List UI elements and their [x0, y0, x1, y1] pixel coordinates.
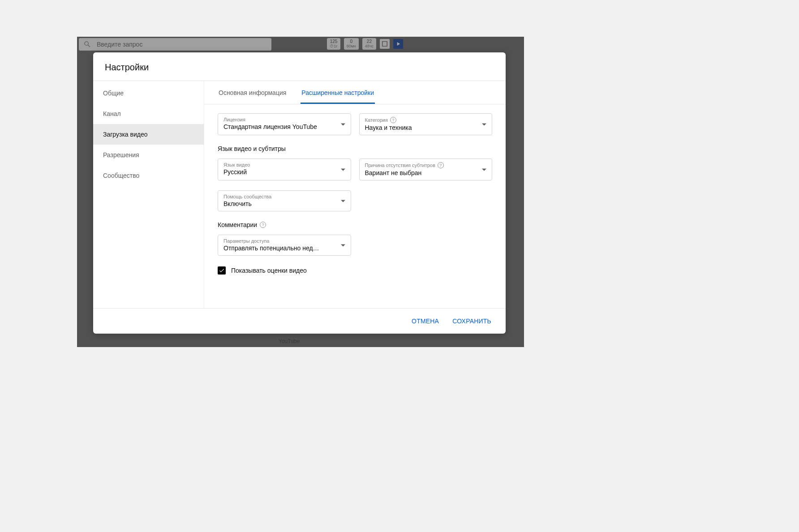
cancel-button[interactable]: ОТМЕНА — [407, 315, 443, 327]
license-select[interactable]: Лицензия Стандартная лицензия YouTube — [218, 113, 351, 135]
no-subtitles-reason-value: Вариант не выбран — [365, 169, 487, 176]
tab-basic-info[interactable]: Основная информация — [218, 81, 287, 104]
dialog-footer: ОТМЕНА СОХРАНИТЬ — [93, 309, 506, 334]
content-tabs: Основная информация Расширенные настройк… — [204, 81, 506, 104]
video-language-value: Русский — [223, 168, 345, 176]
chevron-down-icon — [341, 244, 345, 246]
sidebar-item-channel[interactable]: Канал — [93, 103, 204, 124]
checkbox-checked-icon[interactable] — [218, 266, 226, 275]
category-select[interactable]: Категория ? Наука и техника — [359, 113, 493, 135]
chevron-down-icon — [482, 123, 486, 125]
dialog-title: Настройки — [93, 52, 506, 81]
help-icon[interactable]: ? — [260, 222, 266, 228]
show-ratings-label: Показывать оценки видео — [231, 267, 307, 274]
section-title-comments: Комментарии ? — [218, 221, 492, 228]
tab-advanced-settings[interactable]: Расширенные настройки — [301, 81, 375, 104]
sidebar-item-upload-defaults[interactable]: Загрузка видео — [93, 124, 204, 145]
category-value: Наука и техника — [365, 124, 487, 131]
comments-access-value: Отправлять потенциально нед… — [223, 245, 345, 252]
show-ratings-checkbox-row[interactable]: Показывать оценки видео — [218, 266, 492, 275]
settings-content[interactable]: Основная информация Расширенные настройк… — [204, 81, 506, 308]
video-language-label: Язык видео — [223, 162, 345, 167]
chevron-down-icon — [341, 200, 345, 202]
community-help-select[interactable]: Помощь сообщества Включить — [218, 190, 351, 211]
section-title-language: Язык видео и субтитры — [218, 145, 492, 152]
community-help-label: Помощь сообщества — [223, 194, 345, 199]
chevron-down-icon — [341, 123, 345, 125]
save-button[interactable]: СОХРАНИТЬ — [448, 315, 496, 327]
settings-dialog: Настройки Общие Канал Загрузка видео Раз… — [93, 52, 506, 334]
help-icon[interactable]: ? — [438, 162, 444, 168]
license-label: Лицензия — [223, 117, 345, 122]
no-subtitles-reason-select[interactable]: Причина отсутствия субтитров ? Вариант н… — [359, 159, 493, 180]
chevron-down-icon — [341, 168, 345, 171]
category-label: Категория ? — [365, 117, 487, 123]
license-value: Стандартная лицензия YouTube — [223, 123, 345, 130]
sidebar-item-community[interactable]: Сообщество — [93, 165, 204, 186]
no-subtitles-reason-label: Причина отсутствия субтитров ? — [365, 162, 487, 168]
comments-access-label: Параметры доступа — [223, 238, 345, 244]
chevron-down-icon — [482, 168, 486, 171]
comments-access-select[interactable]: Параметры доступа Отправлять потенциальн… — [218, 235, 351, 256]
help-icon[interactable]: ? — [390, 117, 396, 123]
sidebar-item-permissions[interactable]: Разрешения — [93, 145, 204, 165]
settings-sidebar: Общие Канал Загрузка видео Разрешения Со… — [93, 81, 204, 308]
video-language-select[interactable]: Язык видео Русский — [218, 159, 351, 180]
sidebar-item-general[interactable]: Общие — [93, 83, 204, 103]
community-help-value: Включить — [223, 200, 345, 207]
